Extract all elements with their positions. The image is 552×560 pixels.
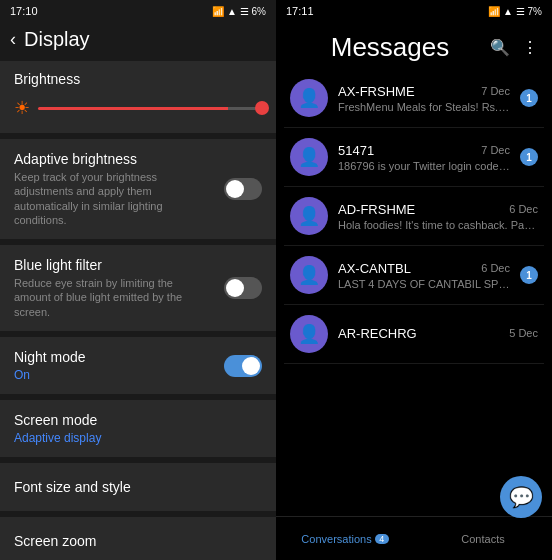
- message-date: 7 Dec: [481, 144, 510, 156]
- right-time: 17:11: [286, 5, 314, 17]
- message-date: 5 Dec: [509, 327, 538, 339]
- brightness-row: ☀: [14, 97, 262, 119]
- font-size-title: Font size and style: [14, 479, 262, 495]
- avatar: 👤: [290, 197, 328, 235]
- message-item[interactable]: 👤 AR-RECHRG 5 Dec: [284, 305, 544, 364]
- avatar: 👤: [290, 315, 328, 353]
- bottom-tabs: Conversations 4 Contacts: [276, 516, 552, 560]
- conversations-badge: 4: [375, 534, 389, 544]
- adaptive-brightness-item[interactable]: Adaptive brightness Keep track of your b…: [0, 139, 276, 239]
- avatar: 👤: [290, 79, 328, 117]
- font-size-item[interactable]: Font size and style: [0, 463, 276, 511]
- sun-icon: ☀: [14, 97, 30, 119]
- message-preview: Hola foodies! It's time to cashback. Pay…: [338, 219, 538, 231]
- toggle-knob-3: [242, 357, 260, 375]
- night-mode-item[interactable]: Night mode On: [0, 337, 276, 394]
- sender-name: AX-FRSHME: [338, 84, 415, 99]
- messages-header: Messages 🔍 ⋮: [276, 22, 552, 69]
- tab-conversations[interactable]: Conversations 4: [276, 517, 414, 560]
- back-button[interactable]: ‹: [10, 29, 16, 50]
- message-header-row: AX-FRSHME 7 Dec: [338, 84, 510, 99]
- message-preview: 186796 is your Twitter login code. Don't…: [338, 160, 510, 172]
- night-mode-title: Night mode: [14, 349, 86, 365]
- message-item[interactable]: 👤 AX-FRSHME 7 Dec FreshMenu Meals for St…: [284, 69, 544, 128]
- sender-name: AX-CANTBL: [338, 261, 411, 276]
- message-content: AR-RECHRG 5 Dec: [338, 326, 538, 343]
- message-item[interactable]: 👤 AD-FRSHME 6 Dec Hola foodies! It's tim…: [284, 187, 544, 246]
- right-status-icons: 📶 ▲ ☰ 7%: [488, 6, 542, 17]
- message-date: 6 Dec: [481, 262, 510, 274]
- blue-light-row: Blue light filter Reduce eye strain by l…: [14, 257, 262, 319]
- message-header-row: AX-CANTBL 6 Dec: [338, 261, 510, 276]
- conversations-label: Conversations: [301, 533, 371, 545]
- messages-panel-wrapper: 17:11 📶 ▲ ☰ 7% Messages 🔍 ⋮ 👤 AX-FRSHME …: [276, 0, 552, 560]
- blue-light-desc: Reduce eye strain by limiting the amount…: [14, 276, 204, 319]
- brightness-slider[interactable]: [38, 107, 262, 110]
- screen-mode-item[interactable]: Screen mode Adaptive display: [0, 400, 276, 457]
- message-item[interactable]: 👤 AX-CANTBL 6 Dec LAST 4 DAYS OF CANTABI…: [284, 246, 544, 305]
- settings-list: Brightness ☀ Adaptive brightness Keep tr…: [0, 61, 276, 560]
- blue-light-section: Blue light filter Reduce eye strain by l…: [0, 245, 276, 331]
- message-item[interactable]: 👤 51471 7 Dec 186796 is your Twitter log…: [284, 128, 544, 187]
- message-date: 6 Dec: [509, 203, 538, 215]
- adaptive-brightness-desc: Keep track of your brightness adjustment…: [14, 170, 204, 227]
- messages-list: 👤 AX-FRSHME 7 Dec FreshMenu Meals for St…: [276, 69, 552, 516]
- display-title: Display: [24, 28, 90, 51]
- left-time: 17:10: [10, 5, 38, 17]
- message-content: AX-FRSHME 7 Dec FreshMenu Meals for Stea…: [338, 84, 510, 113]
- compose-fab-button[interactable]: 💬: [500, 476, 542, 518]
- unread-badge: 1: [520, 148, 538, 166]
- message-content: AD-FRSHME 6 Dec Hola foodies! It's time …: [338, 202, 538, 231]
- night-mode-toggle[interactable]: [224, 355, 262, 377]
- screen-mode-title: Screen mode: [14, 412, 262, 428]
- night-mode-subtitle: On: [14, 368, 86, 382]
- left-status-bar: 17:10 📶 ▲ ☰ 6%: [0, 0, 276, 22]
- toggle-knob-2: [226, 279, 244, 297]
- unread-badge: 1: [520, 266, 538, 284]
- avatar: 👤: [290, 256, 328, 294]
- right-status-bar: 17:11 📶 ▲ ☰ 7%: [276, 0, 552, 22]
- message-content: 51471 7 Dec 186796 is your Twitter login…: [338, 143, 510, 172]
- sender-name: AR-RECHRG: [338, 326, 417, 341]
- unread-badge: 1: [520, 89, 538, 107]
- screen-mode-section: Screen mode Adaptive display: [0, 400, 276, 457]
- tab-contacts[interactable]: Contacts: [414, 517, 552, 560]
- adaptive-brightness-toggle[interactable]: [224, 178, 262, 200]
- avatar: 👤: [290, 138, 328, 176]
- message-date: 7 Dec: [481, 85, 510, 97]
- display-header: ‹ Display: [0, 22, 276, 61]
- screen-zoom-item[interactable]: Screen zoom: [0, 517, 276, 560]
- slider-thumb[interactable]: [255, 101, 269, 115]
- night-mode-row: Night mode On: [14, 349, 262, 382]
- sender-name: 51471: [338, 143, 374, 158]
- left-status-icons: 📶 ▲ ☰ 6%: [212, 6, 266, 17]
- message-content: AX-CANTBL 6 Dec LAST 4 DAYS OF CANTABIL …: [338, 261, 510, 290]
- screen-zoom-title: Screen zoom: [14, 533, 262, 549]
- toggle-knob: [226, 180, 244, 198]
- search-icon[interactable]: 🔍: [490, 38, 510, 57]
- blue-light-item[interactable]: Blue light filter Reduce eye strain by l…: [0, 245, 276, 331]
- adaptive-brightness-row: Adaptive brightness Keep track of your b…: [14, 151, 262, 227]
- header-actions: 🔍 ⋮: [490, 38, 538, 57]
- blue-light-toggle[interactable]: [224, 277, 262, 299]
- display-settings-panel: 17:10 📶 ▲ ☰ 6% ‹ Display Brightness ☀: [0, 0, 276, 560]
- compose-icon: 💬: [509, 485, 534, 509]
- adaptive-brightness-section: Adaptive brightness Keep track of your b…: [0, 139, 276, 239]
- contacts-label: Contacts: [461, 533, 504, 545]
- message-header-row: 51471 7 Dec: [338, 143, 510, 158]
- message-preview: LAST 4 DAYS OF CANTABIL SPECIAL PREVIEW …: [338, 278, 510, 290]
- message-header-row: AR-RECHRG 5 Dec: [338, 326, 538, 341]
- conversations-row: Conversations 4: [301, 533, 388, 545]
- messages-panel: 17:11 📶 ▲ ☰ 7% Messages 🔍 ⋮ 👤 AX-FRSHME …: [276, 0, 552, 560]
- brightness-label: Brightness: [14, 71, 262, 87]
- message-preview: FreshMenu Meals for Steals! Rs.50 OFF on…: [338, 101, 510, 113]
- more-options-icon[interactable]: ⋮: [522, 38, 538, 57]
- brightness-section: Brightness ☀: [0, 61, 276, 133]
- messages-title: Messages: [290, 32, 490, 63]
- adaptive-brightness-title: Adaptive brightness: [14, 151, 204, 167]
- blue-light-title: Blue light filter: [14, 257, 204, 273]
- screen-mode-subtitle: Adaptive display: [14, 431, 262, 445]
- sender-name: AD-FRSHME: [338, 202, 415, 217]
- message-header-row: AD-FRSHME 6 Dec: [338, 202, 538, 217]
- night-mode-section: Night mode On: [0, 337, 276, 394]
